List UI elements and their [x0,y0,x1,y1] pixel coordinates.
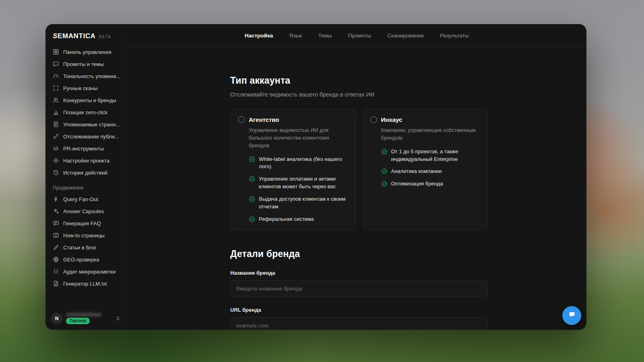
sidebar-item[interactable]: Отслеживание публи... [50,130,122,142]
card-header: Агентство [238,116,348,123]
app-logo: SEMANTICA [53,32,95,40]
gear-icon [53,157,59,164]
sidebar-promo-item[interactable]: GEO-проверка [50,253,122,265]
chart-icon [53,109,59,115]
settings-content: Тип аккаунта Отслеживайте видимость ваше… [127,47,488,330]
megaphone-icon [53,145,59,152]
form-field: Название бренда [230,270,488,296]
sidebar-item-label: Ручные сканы [63,85,98,91]
feature-list: От 1 до 5 проектов, а также индивидуальн… [381,148,481,188]
feature-item: Выдача доступов клиентам к своим отчетам [249,195,348,211]
sidebar-item[interactable]: Ручные сканы [50,82,122,94]
tab-3[interactable]: Темы [317,31,332,40]
feature-item: Управление оплатами и актами клиентов мо… [249,175,348,191]
sparkles-icon [53,208,59,214]
check-icon [381,148,388,155]
feature-text: White-label аналитика (без нашего лого) [259,156,348,171]
sidebar-promo-item[interactable]: Генерация FAQ [50,217,122,229]
chat-bubble-icon [569,311,575,320]
sidebar-promo-item[interactable]: Генератор LLM.txt [50,278,122,290]
pages-icon [53,121,59,128]
sidebar-item[interactable]: Панель управления [50,46,122,58]
feature-text: Реферальная система [259,216,314,223]
user-name-redacted [66,313,101,317]
check-icon [249,176,255,182]
feature-item: Оптимизация бренда [381,180,481,188]
partner-badge: Партнёр [66,318,90,324]
sidebar-promo-item[interactable]: Query Fan-Out [50,193,122,205]
text-input[interactable] [230,280,488,296]
sidebar-item-label: Позиции zero-click [63,109,107,115]
sidebar: SEMANTICA BETA Панель управленияПромпты … [45,24,127,330]
sidebar-item-label: Генерация FAQ [63,220,101,226]
field-label: URL бренда [230,307,488,313]
radio-button[interactable] [238,116,245,123]
sidebar-promo-item[interactable]: Аудит микроразметки [50,265,122,278]
pen-icon [53,244,59,251]
tab-1[interactable]: Настройка [244,31,274,40]
sidebar-item[interactable]: Промпты и темы [50,58,122,70]
sidebar-item-label: Упоминаемые страни... [63,121,120,128]
main-area: Настройка·Язык·Темы·Промпты·Сканирование… [127,24,586,330]
avatar: N [51,313,62,324]
card-description: Компании, управляющие собственным брендо… [381,127,481,142]
sidebar-promo-item[interactable]: Статьи в блог [50,241,122,253]
tab-separator-dot: · [280,33,282,39]
history-icon [53,169,59,176]
form-field: URL бренда [230,307,488,330]
lightning-icon [53,196,59,202]
logo-row: SEMANTICA BETA [50,30,122,46]
tab-5[interactable]: Сканирование [386,31,425,40]
check-icon [249,216,255,222]
check-icon [249,196,255,202]
app-window: SEMANTICA BETA Панель управленияПромпты … [45,24,586,330]
sidebar-item[interactable]: Тональность упомина... [50,70,122,82]
sidebar-item[interactable]: Позиции zero-click [50,106,122,118]
sidebar-item-label: Query Fan-Out [63,196,98,202]
sidebar-item-label: Answer Capsules [63,208,104,214]
sidebar-section-label: Продвижение [53,185,119,191]
field-label: Название бренда [230,270,488,276]
chat-launcher-button[interactable] [562,306,581,325]
user-menu[interactable]: N Партнёр [50,311,122,325]
sidebar-item[interactable]: Конкуренты и бренды [50,94,122,106]
account-type-card[interactable]: ИнхаусКомпании, управляющие собственным … [363,109,488,230]
settings-stepper-tabs: Настройка·Язык·Темы·Промпты·Сканирование… [127,24,586,47]
sidebar-promo-item[interactable]: Answer Capsules [50,205,122,217]
feature-item: Реферальная система [249,216,348,223]
chat-icon [53,61,59,67]
book-icon [53,232,59,239]
tab-4[interactable]: Промпты [347,31,372,40]
file-icon [53,280,59,287]
text-input[interactable] [230,317,488,330]
sidebar-item-label: Промпты и темы [63,61,104,67]
faq-icon [53,220,59,226]
tab-separator-dot: · [339,33,341,39]
beta-badge: BETA [99,35,111,39]
sidebar-item-label: Конкуренты и бренды [63,97,116,103]
sidebar-item[interactable]: PR-инструменты [50,142,122,154]
feature-text: Аналитика компании [391,168,442,175]
sidebar-item[interactable]: История действий [50,167,122,179]
tab-6[interactable]: Результаты [439,31,469,40]
radio-button[interactable] [370,116,377,123]
feature-item: White-label аналитика (без нашего лого) [249,156,348,171]
feature-text: Управление оплатами и актами клиентов мо… [259,175,348,191]
account-type-subtitle: Отслеживайте видимость вашего бренда в о… [230,91,488,98]
scan-icon [53,85,59,91]
chevron-updown-icon[interactable] [115,316,121,321]
tab-2[interactable]: Язык [289,31,303,40]
sidebar-item[interactable]: Упоминаемые страни... [50,118,122,130]
sidebar-item[interactable]: Настройки проекта [50,154,122,167]
feature-text: Оптимизация бренда [391,180,443,188]
card-title: Агентство [249,116,279,123]
sidebar-nav: Панель управленияПромпты и темыТональнос… [50,46,122,179]
sidebar-item-label: История действий [63,170,107,176]
globe-icon [53,256,59,263]
sidebar-promo-item[interactable]: How-to страницы [50,229,122,241]
tab-separator-dot: · [378,33,380,39]
account-type-card[interactable]: АгентствоУправление видимостью ИИ для бо… [230,109,356,230]
sidebar-item-label: Аудит микроразметки [63,269,116,275]
feature-text: От 1 до 5 проектов, а также индивидуальн… [391,148,481,163]
users-icon [53,97,59,103]
